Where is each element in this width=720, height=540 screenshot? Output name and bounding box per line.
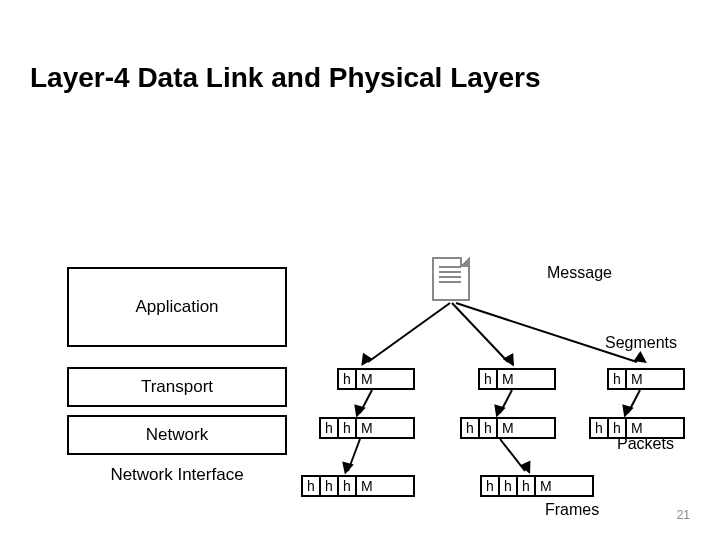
slide-title: Layer-4 Data Link and Physical Layers [30,62,540,94]
header-cell: h [337,475,357,497]
svg-line-0 [368,303,450,362]
header-cell: h [460,417,480,439]
packet-2: h h M [460,417,554,439]
payload-cell: M [496,417,556,439]
header-cell: h [516,475,536,497]
header-cell: h [498,475,518,497]
header-cell: h [480,475,500,497]
payload-cell: M [496,368,556,390]
page-number: 21 [677,508,690,522]
frame-2: h h h M [480,475,592,497]
payload-cell: M [625,368,685,390]
header-cell: h [478,417,498,439]
payload-cell: M [534,475,594,497]
label-segments: Segments [605,334,677,352]
payload-cell: M [355,475,415,497]
svg-line-2 [456,303,637,362]
header-cell: h [337,417,357,439]
payload-cell: M [355,368,415,390]
header-cell: h [319,417,339,439]
header-cell: h [319,475,339,497]
header-cell: h [337,368,357,390]
header-cell: h [301,475,321,497]
segment-3: h M [607,368,683,390]
segment-1: h M [337,368,413,390]
layer-transport: Transport [67,367,287,407]
arrowhead-icon [339,461,354,476]
label-packets: Packets [617,435,674,453]
label-message: Message [547,264,612,282]
layer-application: Application [67,267,287,347]
header-cell: h [589,417,609,439]
packet-1: h h M [319,417,413,439]
arrowhead-icon [503,353,519,369]
header-cell: h [607,368,627,390]
segment-2: h M [478,368,554,390]
label-frames: Frames [545,501,599,519]
payload-cell: M [355,417,415,439]
arrowhead-icon [634,351,651,368]
layer-network-interface: Network Interface [67,455,287,495]
frame-1: h h h M [301,475,413,497]
document-icon [432,257,470,301]
arrowhead-icon [356,353,373,370]
svg-line-1 [452,303,508,362]
layer-network: Network [67,415,287,455]
header-cell: h [478,368,498,390]
